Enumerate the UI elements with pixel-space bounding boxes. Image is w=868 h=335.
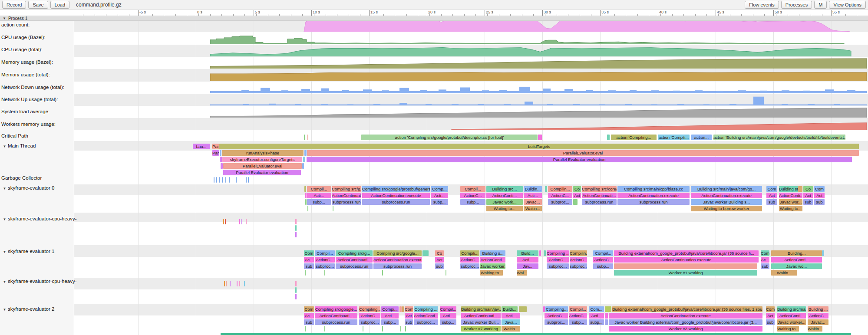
trace-event-box[interactable] bbox=[224, 281, 225, 286]
trace-event-box[interactable]: Waitin... bbox=[502, 326, 520, 332]
trace-event-box[interactable]: ParallelEvaluator.eval bbox=[223, 163, 302, 169]
trace-event-box[interactable] bbox=[295, 219, 297, 224]
trace-event-box[interactable]: buildTargets bbox=[219, 144, 859, 149]
collapse-arrow-icon[interactable]: ▼ bbox=[1, 308, 8, 312]
trace-event-box[interactable] bbox=[295, 225, 297, 231]
trace-event-box[interactable]: Waiting to... bbox=[779, 206, 802, 211]
trace-event-box[interactable]: action 'Compiling... bbox=[611, 135, 657, 140]
trace-event-box[interactable]: Compiling ... bbox=[414, 306, 438, 312]
trace-event-box[interactable]: action 'Compiling src/google/protobuf/de… bbox=[361, 135, 538, 140]
trace-event-box[interactable]: Act bbox=[766, 313, 775, 319]
collapse-arrow-icon[interactable]: ▼ bbox=[1, 145, 8, 148]
trace-event-box[interactable]: Wai... bbox=[517, 270, 527, 276]
process-header[interactable]: ▼ Process 1 bbox=[0, 16, 868, 21]
trace-event-box[interactable]: subprocess.run bbox=[373, 263, 422, 269]
trace-event-box[interactable]: Javac worker Buil... bbox=[461, 319, 501, 325]
trace-event-box[interactable]: Building external/com_google_protobuf/ja… bbox=[614, 250, 759, 256]
trace-event-box[interactable]: ActionContinuati... bbox=[461, 313, 501, 319]
trace-event-box[interactable]: Compi... bbox=[381, 306, 399, 312]
trace-event-box[interactable] bbox=[400, 326, 401, 332]
trace-event-box[interactable] bbox=[605, 306, 611, 312]
trace-event-box[interactable]: Buildin... bbox=[524, 186, 542, 192]
trace-event-box[interactable]: action 'Compili... bbox=[658, 135, 690, 140]
trace-event-box[interactable] bbox=[614, 263, 757, 269]
trace-event-box[interactable]: runAnalysisPhase bbox=[222, 150, 304, 156]
trace-event-box[interactable]: Acti... bbox=[431, 193, 448, 198]
trace-event-box[interactable]: Building src/ma... bbox=[777, 306, 806, 312]
trace-event-box[interactable] bbox=[229, 177, 230, 183]
trace-event-box[interactable]: subp... bbox=[589, 319, 604, 325]
trace-event-box[interactable]: subproc... bbox=[359, 319, 380, 325]
trace-event-box[interactable]: ActionContinuation.execute bbox=[617, 193, 690, 198]
trace-event-box[interactable]: Waiting to... bbox=[777, 326, 799, 332]
trace-event-box[interactable]: Compiling src/google/protobuf/generat... bbox=[362, 186, 430, 192]
trace-event-box[interactable] bbox=[607, 135, 610, 140]
trace-event-box[interactable] bbox=[324, 270, 325, 276]
trace-event-box[interactable]: ActionConti... bbox=[771, 257, 822, 263]
track-label[interactable]: ▼skyframe-evaluator-cpu-heavy- bbox=[1, 279, 77, 284]
trace-event-box[interactable] bbox=[244, 281, 245, 286]
trace-event-box[interactable]: ActionC... bbox=[570, 257, 587, 263]
trace-event-box[interactable]: Com bbox=[304, 250, 314, 256]
trace-event-box[interactable]: Compil... bbox=[440, 306, 456, 312]
trace-event-box[interactable]: action 'Building src/main/java/com/googl… bbox=[713, 135, 845, 140]
trace-event-box[interactable] bbox=[230, 281, 231, 286]
counter-cpu-usage-bazel[interactable] bbox=[0, 32, 868, 45]
trace-event-box[interactable]: subproc... bbox=[570, 263, 587, 269]
trace-event-box[interactable]: Buildi... bbox=[502, 306, 518, 312]
trace-event-box[interactable]: subp... bbox=[593, 263, 613, 269]
trace-event-box[interactable]: Ac... bbox=[761, 257, 769, 263]
collapse-arrow-icon[interactable]: ▼ bbox=[1, 250, 8, 254]
trace-event-box[interactable]: Lau... bbox=[193, 144, 210, 149]
trace-event-box[interactable]: Compil... bbox=[593, 250, 613, 256]
trace-event-box[interactable] bbox=[307, 206, 308, 211]
trace-event-box[interactable] bbox=[219, 177, 220, 183]
trace-event-box[interactable]: ActionContinuation.execute bbox=[609, 313, 762, 319]
trace-event-box[interactable]: ActionC... bbox=[548, 193, 572, 198]
trace-event-box[interactable]: ActionContinuati... bbox=[315, 313, 357, 319]
trace-event-box[interactable]: Worker #3 working bbox=[609, 326, 762, 332]
trace-event-box[interactable]: subp... bbox=[569, 319, 587, 325]
trace-event-box[interactable]: Javac worker... bbox=[480, 263, 505, 269]
trace-event-box[interactable]: Compiling src/g... bbox=[332, 186, 361, 192]
collapse-arrow-icon[interactable]: ▼ bbox=[1, 217, 8, 221]
trace-event-box[interactable]: ActionC... bbox=[460, 193, 485, 198]
trace-event-box[interactable]: Compilin... bbox=[548, 186, 572, 192]
trace-event-box[interactable]: Java... bbox=[502, 319, 520, 325]
trace-event-box[interactable]: ActionConti... bbox=[480, 257, 505, 263]
trace-event-box[interactable]: Compilin... bbox=[570, 250, 587, 256]
trace-event-box[interactable]: subp... bbox=[440, 319, 456, 325]
trace-event-box[interactable]: Acti... bbox=[524, 193, 542, 198]
trace-event-box[interactable] bbox=[223, 219, 224, 224]
trace-event-box[interactable]: subprocess.run bbox=[582, 199, 617, 205]
trace-event-box[interactable]: subp... bbox=[460, 199, 485, 205]
trace-event-box[interactable]: ActionC... bbox=[547, 257, 569, 263]
trace-event-box[interactable]: Compiling src/google... bbox=[315, 306, 357, 312]
trace-event-box[interactable]: ActionConti... bbox=[414, 313, 438, 319]
trace-event-box[interactable] bbox=[302, 163, 304, 169]
trace-event-box[interactable]: Acti... bbox=[589, 313, 604, 319]
trace-event-box[interactable]: Compil... bbox=[569, 306, 587, 312]
collapse-arrow-icon[interactable]: ▼ bbox=[1, 187, 8, 190]
trace-event-box[interactable]: skyframeExecutor.configureTargets bbox=[222, 157, 302, 162]
trace-event-box[interactable]: Acti... bbox=[502, 313, 520, 319]
trace-event-box[interactable]: Waiting to... bbox=[486, 206, 523, 211]
trace-event-box[interactable]: Javac... bbox=[524, 199, 542, 205]
trace-event-box[interactable] bbox=[544, 250, 546, 256]
trace-event-box[interactable]: Waiting to... bbox=[480, 270, 503, 276]
trace-event-box[interactable]: ActionC... bbox=[545, 313, 568, 319]
track-label[interactable]: ▼skyframe-evaluator 0 bbox=[1, 185, 54, 190]
trace-event-box[interactable]: subproc... bbox=[460, 263, 479, 269]
trace-event-box[interactable] bbox=[305, 270, 306, 276]
track-label[interactable]: ▼skyframe-evaluator-cpu-heavy- bbox=[1, 216, 77, 221]
trace-event-box[interactable]: ActionConti... bbox=[486, 193, 523, 198]
trace-event-box[interactable]: Compiling src/g... bbox=[336, 250, 373, 256]
counter-system-load-average[interactable] bbox=[0, 106, 868, 118]
trace-event-box[interactable]: Ac... bbox=[304, 313, 314, 319]
trace-event-box[interactable] bbox=[324, 326, 325, 332]
trace-event-box[interactable]: Act bbox=[573, 193, 581, 198]
view-options-button[interactable]: View Options bbox=[829, 1, 866, 9]
trace-event-box[interactable]: Act bbox=[405, 313, 413, 319]
trace-event-box[interactable]: ActionContinuati... bbox=[582, 193, 617, 198]
trace-event-box[interactable] bbox=[605, 313, 608, 319]
